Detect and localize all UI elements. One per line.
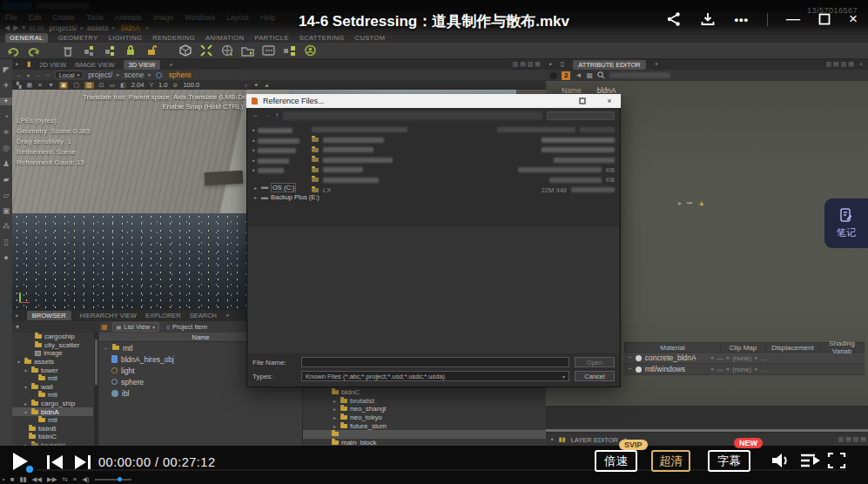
nav-back-icon[interactable]: ← (16, 71, 23, 79)
panel-layout-icons[interactable]: ▥▤▥▤ (838, 436, 868, 443)
panel-lock-icon[interactable]: ▪ (549, 61, 552, 68)
speed-button[interactable]: 倍速 (595, 450, 637, 472)
vp-gamma-icon[interactable]: Y (149, 82, 153, 88)
col-clip-map[interactable]: Clip Map (721, 344, 766, 352)
vp-crumb-sphere[interactable]: sphere (166, 71, 194, 79)
vp-search-icon[interactable]: ⌕ (245, 82, 248, 89)
unlock-icon[interactable] (144, 44, 158, 57)
mini-next-icon[interactable]: ▶▶ (47, 475, 57, 483)
lasso-tool-icon[interactable]: ✈ (0, 82, 12, 90)
pin-history-icon[interactable]: ◄ (575, 72, 582, 79)
panel-lock-icon[interactable]: ▪ (16, 313, 18, 319)
tab-add-icon[interactable]: + (225, 313, 230, 319)
dialog-titlebar[interactable]: Reference Files... × (246, 94, 621, 108)
horizontal-scrollbar[interactable] (546, 429, 868, 432)
vp-disable-icon[interactable]: ⊘ (173, 82, 178, 89)
dialog-back-icon[interactable]: ← (252, 112, 259, 119)
tab-hierarchy-view[interactable]: HIERARCHY VIEW (80, 312, 137, 319)
dialog-up-icon[interactable]: ↑ (275, 112, 279, 119)
open-button[interactable]: Open (575, 357, 615, 367)
mini-volume-slider[interactable] (95, 479, 131, 481)
cloud-tool-icon[interactable]: ● (0, 254, 12, 262)
vp-shade-icon[interactable]: ▢ (73, 82, 79, 89)
list-item[interactable]: ibl (99, 387, 302, 399)
dialog-close-icon[interactable]: × (598, 94, 621, 108)
exposure-value[interactable]: 2.04 (131, 81, 145, 89)
panel-layout-icons[interactable]: ▥▤▥▤ × (826, 61, 865, 68)
scope-select[interactable]: ▯Project Item (164, 322, 211, 332)
minimize-icon[interactable]: — (786, 15, 800, 24)
translate-tool-icon[interactable]: + (0, 97, 12, 105)
notes-button[interactable]: 笔记 (824, 198, 868, 248)
tree-row[interactable]: mtl (12, 416, 93, 425)
folder-import-icon[interactable] (240, 44, 255, 57)
tree-row[interactable]: ▾tower (12, 366, 93, 374)
shading-ball-icon[interactable] (550, 72, 557, 79)
vp-display-icon[interactable]: ⊡ (99, 82, 104, 89)
dialog-forward-icon[interactable]: → (264, 112, 271, 119)
redo-icon[interactable] (26, 44, 41, 57)
panel-lock-icon[interactable]: ▪ (16, 61, 18, 68)
cancel-button[interactable]: Cancel (575, 371, 615, 381)
panel-lock-icon[interactable]: ▪ (551, 436, 554, 443)
vp-exposure-icon[interactable]: ◧ (120, 82, 126, 89)
select-tool-icon[interactable]: ◤ (0, 66, 12, 74)
tab-layer-editor[interactable]: LAYER EDITOR (571, 436, 618, 444)
vp-warn-icon[interactable]: ▲ (264, 82, 270, 88)
measure-tool-icon[interactable]: ▯ (0, 239, 12, 246)
history-count-chip[interactable]: 2 (562, 71, 570, 80)
col-shading-variables[interactable]: Shading Variab (820, 339, 864, 355)
tab-add-button[interactable]: + (169, 61, 172, 69)
tab-browser[interactable]: BROWSER (27, 311, 71, 320)
nav-up-icon[interactable]: → (34, 71, 41, 79)
eraser-tool-icon[interactable]: ▱ (0, 192, 12, 199)
more-icon[interactable]: ••• (734, 13, 749, 26)
tree-row[interactable]: ▸brutalist (303, 397, 546, 406)
mini-prev-icon[interactable]: ◀◀ (31, 475, 42, 483)
tree-row[interactable]: mtl (12, 391, 93, 400)
tree-row[interactable]: ▾assets (12, 358, 93, 366)
nodes-link-icon[interactable] (282, 44, 297, 57)
mini-menu-icon[interactable]: ▪ (3, 475, 5, 483)
vp-crumb-scene[interactable]: scene (124, 71, 145, 79)
tree-row[interactable]: ▸neo_tokyo (303, 413, 546, 422)
tree-row[interactable]: ▸future_slum (303, 421, 546, 430)
grid-view-icon[interactable]: ▦ (101, 323, 108, 331)
sidebar-place[interactable]: ▪ (252, 127, 308, 134)
quality-button[interactable]: 超清 (651, 450, 690, 472)
mini-pause-icon[interactable]: ▮▮ (19, 475, 26, 483)
tree-row[interactable]: ▾wall (12, 383, 93, 392)
frame-tool-icon[interactable]: ▣ (0, 207, 12, 215)
mini-volume-icon[interactable]: ◀) (82, 475, 89, 483)
fullscreen-icon[interactable] (827, 452, 846, 469)
delete-icon[interactable] (60, 44, 75, 57)
sidebar-drive-c[interactable]: ▸▬OS (C:) (252, 184, 308, 191)
node-group-icon[interactable] (102, 44, 117, 57)
tree-row[interactable]: ▸neo_shangl (303, 405, 546, 413)
mini-playlist-icon[interactable]: ≡ (73, 475, 77, 483)
mini-repeat-icon[interactable]: ⇆ (63, 475, 68, 483)
undo-icon[interactable] (5, 44, 20, 57)
gamma-value[interactable]: 1.0 (158, 81, 167, 89)
dialog-file-list[interactable]: KB KB LX22M 948 (308, 124, 620, 226)
vp-filter-icon[interactable]: ▼ (48, 82, 54, 88)
rotate-tool-icon[interactable]: ◔ (0, 113, 12, 121)
brush-tool-icon[interactable]: ▰ (0, 176, 12, 184)
avatar-tool-icon[interactable] (303, 44, 318, 57)
tree-row[interactable]: city_scatter (12, 341, 93, 350)
lock-icon[interactable] (123, 44, 138, 57)
tree-row-selected[interactable] (303, 430, 546, 439)
tree-row[interactable]: ▸cargo_ship (12, 400, 93, 408)
tab-3d-view[interactable]: 3D VIEW (124, 60, 161, 70)
types-select[interactable]: Known Files (*.abc;*.project;*.usd;*.usd… (301, 371, 569, 381)
vp-crumb-project[interactable]: project/ (88, 71, 112, 79)
tab-attribute-editor[interactable]: ATTRIBUTE EDITOR (573, 60, 645, 70)
search-icon[interactable] (597, 71, 605, 79)
tab-2d-view[interactable]: 2D VIEW (39, 61, 66, 69)
col-material[interactable]: Material (625, 344, 721, 352)
col-displacement[interactable]: Displacement (766, 344, 820, 352)
tree-scrollbar[interactable] (94, 333, 98, 446)
dialog-search-input[interactable] (547, 111, 615, 120)
attribute-filter-input[interactable] (609, 72, 670, 78)
material-row[interactable]: ~ mtl/windows ▾— ▾ (none) ▾… (624, 364, 865, 375)
